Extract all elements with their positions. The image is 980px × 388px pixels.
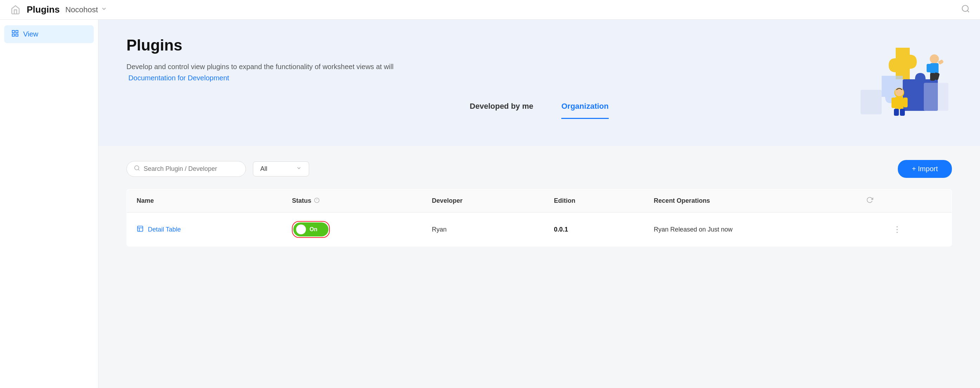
- table-toolbar: All + Import: [126, 160, 952, 178]
- tab-organization[interactable]: Organization: [561, 95, 608, 119]
- filter-label: All: [260, 165, 267, 173]
- plugin-name-link[interactable]: Detail Table: [137, 225, 272, 234]
- th-actions: [883, 189, 952, 212]
- svg-rect-12: [900, 109, 905, 116]
- svg-point-22: [135, 166, 139, 170]
- sidebar-item-label: View: [23, 30, 38, 38]
- th-name: Name: [127, 189, 282, 212]
- app-selector[interactable]: Nocohost: [65, 5, 107, 14]
- svg-point-13: [895, 88, 904, 96]
- svg-rect-15: [930, 63, 939, 74]
- view-icon: [11, 30, 19, 39]
- header-title: Plugins: [126, 36, 442, 54]
- td-more: ⋮: [883, 212, 952, 247]
- header-illustration: [840, 27, 952, 118]
- th-recent-operations: Recent Operations: [644, 189, 883, 212]
- main-layout: View Plugins Develop and control view pl…: [0, 20, 980, 388]
- plugin-table: Name Status: [126, 189, 952, 247]
- table-body: Detail Table On Ryan: [127, 212, 952, 247]
- topbar: Plugins Nocohost: [0, 0, 980, 20]
- plugin-name-icon: [137, 225, 144, 234]
- search-input[interactable]: [144, 165, 239, 173]
- svg-point-0: [962, 5, 968, 11]
- svg-rect-16: [927, 64, 931, 72]
- page-title: Plugins: [27, 4, 60, 15]
- status-info-icon[interactable]: [314, 198, 320, 204]
- svg-rect-8: [895, 97, 904, 109]
- th-edition: Edition: [544, 189, 644, 212]
- td-recent-operations: Ryan Released on Just now: [644, 212, 883, 247]
- svg-line-23: [138, 169, 139, 170]
- table-section: All + Import Name: [99, 146, 980, 261]
- svg-rect-27: [138, 226, 143, 231]
- sidebar: View: [0, 20, 99, 388]
- filter-select[interactable]: All: [253, 162, 309, 176]
- sidebar-item-view[interactable]: View: [4, 25, 94, 43]
- status-toggle-wrap: On: [292, 221, 330, 238]
- tabs-bar: Developed by me Organization: [126, 95, 952, 119]
- chevron-down-icon: [101, 6, 107, 14]
- toggle-knob: [296, 225, 306, 234]
- search-input-wrap[interactable]: [126, 161, 246, 177]
- app-name: Nocohost: [65, 5, 98, 14]
- plugin-name-text: Detail Table: [148, 226, 181, 233]
- svg-rect-2: [12, 30, 14, 33]
- table-row: Detail Table On Ryan: [127, 212, 952, 247]
- header-description: Develop and control view plugins to expa…: [126, 61, 442, 84]
- th-status: Status: [282, 189, 422, 212]
- search-icon[interactable]: [961, 4, 970, 16]
- table-head: Name Status: [127, 189, 952, 212]
- svg-rect-3: [16, 30, 18, 33]
- th-developer: Developer: [422, 189, 544, 212]
- svg-rect-20: [861, 90, 881, 114]
- header-text: Plugins Develop and control view plugins…: [126, 36, 442, 84]
- content-area: Plugins Develop and control view plugins…: [99, 20, 980, 388]
- refresh-icon[interactable]: [866, 196, 873, 205]
- svg-rect-4: [12, 34, 14, 36]
- svg-line-1: [967, 11, 969, 12]
- plugin-header: Plugins Develop and control view plugins…: [99, 20, 980, 146]
- search-icon: [134, 165, 140, 173]
- svg-rect-21: [924, 83, 948, 111]
- home-icon[interactable]: [10, 4, 21, 16]
- more-icon[interactable]: ⋮: [893, 225, 901, 234]
- doc-link[interactable]: Documentation for Development: [129, 74, 229, 82]
- tab-developed-by-me[interactable]: Developed by me: [469, 95, 533, 119]
- svg-rect-17: [938, 59, 944, 65]
- svg-rect-5: [16, 34, 18, 36]
- import-button[interactable]: + Import: [898, 160, 952, 178]
- svg-rect-9: [891, 98, 896, 108]
- td-status: On: [282, 212, 422, 247]
- edition-value: 0.0.1: [554, 226, 568, 233]
- td-edition: 0.0.1: [544, 212, 644, 247]
- status-toggle[interactable]: On: [293, 222, 328, 236]
- svg-rect-10: [904, 98, 908, 107]
- td-developer: Ryan: [422, 212, 544, 247]
- toggle-label: On: [309, 226, 317, 233]
- svg-point-14: [930, 54, 939, 63]
- chevron-down-icon: [296, 165, 302, 173]
- svg-rect-11: [894, 109, 899, 116]
- td-name: Detail Table: [127, 212, 282, 247]
